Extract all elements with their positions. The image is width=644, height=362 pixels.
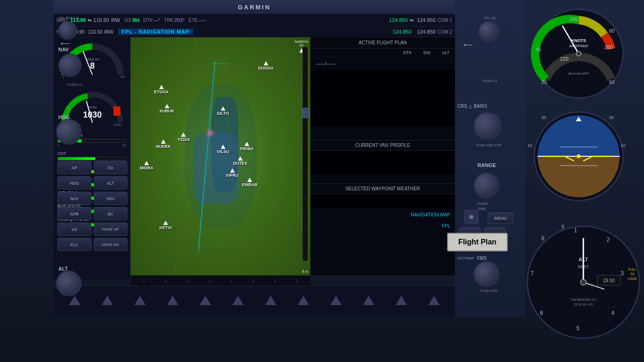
svg-text:20: 20	[541, 79, 547, 85]
svg-text:40: 40	[536, 47, 541, 52]
softkey-1[interactable]	[69, 296, 80, 306]
slider-thumb[interactable]	[302, 108, 309, 118]
fd-button[interactable]: FD	[94, 161, 128, 174]
softkey-6[interactable]	[232, 296, 244, 306]
waypoint-embab: EMBAB	[242, 178, 258, 187]
softkey-8[interactable]	[298, 296, 309, 306]
ap-button[interactable]: AP	[57, 161, 91, 174]
attitude-indicator: 20 20 10 10	[518, 107, 639, 205]
softkey-2[interactable]	[102, 296, 113, 306]
bc-button[interactable]: BC	[94, 207, 128, 220]
softkey-4[interactable]	[167, 296, 178, 306]
vol-push-id-knob[interactable]	[58, 21, 77, 40]
softkey-12[interactable]	[428, 296, 440, 306]
com1-label: COM 1	[437, 18, 452, 23]
dtk-value: ---°	[154, 18, 160, 23]
push-crs-ctr-label: PUSH CRS CTR	[474, 144, 504, 147]
mfd-scale-bar: | | | | | | | |	[131, 275, 310, 285]
waypoint-vipru: VIPRU	[226, 168, 239, 178]
hdg-button[interactable]: HDG	[57, 176, 91, 189]
softkey-11[interactable]	[396, 296, 407, 306]
altimeter-gauge: 1 2 3 4 5 6 7 8 9 ALT FEET CALIBRATED TO…	[520, 215, 644, 350]
waypoint-pikma: PIKMA	[240, 142, 254, 151]
crs-baro-knob[interactable]	[474, 112, 502, 140]
fp-dash-line: ------/------	[310, 57, 455, 70]
nose-up-button[interactable]: NOSE UP	[94, 223, 128, 236]
svg-text:KNOTS: KNOTS	[571, 38, 586, 43]
dfltmap-label: DFLTMAP	[457, 256, 475, 260]
svg-text:5: 5	[576, 325, 580, 332]
vertical-slider[interactable]	[302, 47, 308, 261]
svg-text:1: 1	[574, 227, 577, 234]
softkey-3[interactable]	[134, 296, 146, 306]
com1-active: 124.850	[389, 17, 408, 23]
svg-text:CAGE: CAGE	[628, 277, 637, 280]
softkey-9[interactable]	[330, 296, 342, 306]
vol-sq-knob[interactable]	[478, 21, 499, 42]
svg-point-23	[576, 51, 581, 56]
range-label: RANGE	[477, 162, 496, 168]
svg-text:3000: 3000	[113, 123, 122, 127]
trk-label: TRK	[164, 18, 173, 23]
mfd-header-row2: NAV2 113.90 110.50 IRW FPL - NAVIGATION …	[54, 27, 455, 37]
fp-dis-col: DIS	[423, 50, 430, 55]
apr-button[interactable]: APR	[57, 207, 91, 220]
active-flight-plan-header: ACTIVE FLIGHT PLAN	[310, 37, 455, 49]
svg-text:10: 10	[621, 143, 625, 148]
push-crs-label: PUSH CRS	[474, 289, 504, 292]
nav-ap-button[interactable]: NAV	[57, 192, 91, 205]
svg-text:40: 40	[120, 75, 125, 79]
vnv-button[interactable]: VNV	[94, 192, 128, 205]
com2-active: 124.850	[393, 29, 412, 35]
softkey-5[interactable]	[200, 296, 211, 306]
waypoint-silto: SILTO	[217, 106, 229, 116]
alt-knob[interactable]	[56, 271, 82, 296]
svg-text:8: 8	[541, 235, 545, 242]
right-controls-panel: VOL SQ ⟵ EMERG PUSH 1-2 CRS △ BARO PUSH …	[455, 0, 525, 317]
alt-ap-button[interactable]: ALT	[94, 176, 128, 189]
mfd-bezel-top: GARMIN	[54, 0, 455, 14]
svg-text:100: 100	[569, 16, 578, 22]
crs-label: CRS	[457, 104, 467, 109]
softkey-7[interactable]	[265, 296, 276, 306]
range-knob[interactable]	[474, 173, 499, 198]
weather-empty	[310, 194, 455, 208]
trk-value: 203°	[174, 17, 185, 23]
svg-text:10: 10	[527, 143, 532, 148]
direction-pad[interactable]: ⊕	[464, 210, 478, 224]
pan-label: PAN	[478, 207, 486, 211]
fp-empty-rows	[310, 70, 455, 126]
push-1-2-label: PUSH 1-2	[68, 83, 83, 86]
left-panel: AP FD HDG ALT NAV VNV APR BC VS NOSE UP …	[55, 159, 130, 253]
baro-label: BARO	[474, 104, 487, 109]
navigation-map: NORTH UP DUGDA ETGOX XUBUK SILTO YZ024	[131, 37, 310, 275]
waypoint-nudek: NUDEK	[156, 139, 171, 149]
cht-label: CHT	[57, 151, 126, 156]
svg-rect-5	[113, 106, 120, 116]
svg-text:AIRSPEED: AIRSPEED	[569, 44, 588, 48]
svg-text:RPM: RPM	[88, 105, 97, 110]
mfd-header: NAV1 113.90 ⇆ 110.50 IRW GS 0kt DTK ---°…	[54, 14, 455, 27]
fms-knob[interactable]	[474, 261, 499, 287]
fms-label: FMS	[477, 256, 487, 261]
right-arrow-btn[interactable]: ⟵	[463, 41, 473, 49]
svg-text:29.92: 29.92	[603, 278, 615, 283]
svg-text:PULL: PULL	[628, 268, 637, 271]
menu-button[interactable]: MENU	[488, 212, 513, 224]
nav-knob[interactable]	[58, 54, 82, 77]
softkey-10[interactable]	[363, 296, 374, 306]
nav2-ident: IRW	[105, 29, 113, 35]
svg-text:60: 60	[609, 79, 615, 85]
hdg-knob[interactable]	[56, 119, 82, 145]
nose-dn-button[interactable]: NOSE DN	[94, 238, 128, 251]
svg-text:6: 6	[540, 310, 543, 316]
flc-button[interactable]: FLC	[57, 238, 91, 251]
left-arrow-btn[interactable]: ⟵	[61, 40, 70, 47]
svg-text:CALIBRATED TO: CALIBRATED TO	[571, 298, 596, 301]
gs-value: 0kt	[132, 17, 140, 23]
garmin-logo: GARMIN	[238, 4, 271, 11]
nav1-arrows: ⇆	[88, 18, 91, 23]
vs-button[interactable]: VS	[57, 223, 91, 236]
svg-text:8: 8	[90, 61, 95, 70]
svg-text:4: 4	[611, 310, 615, 316]
